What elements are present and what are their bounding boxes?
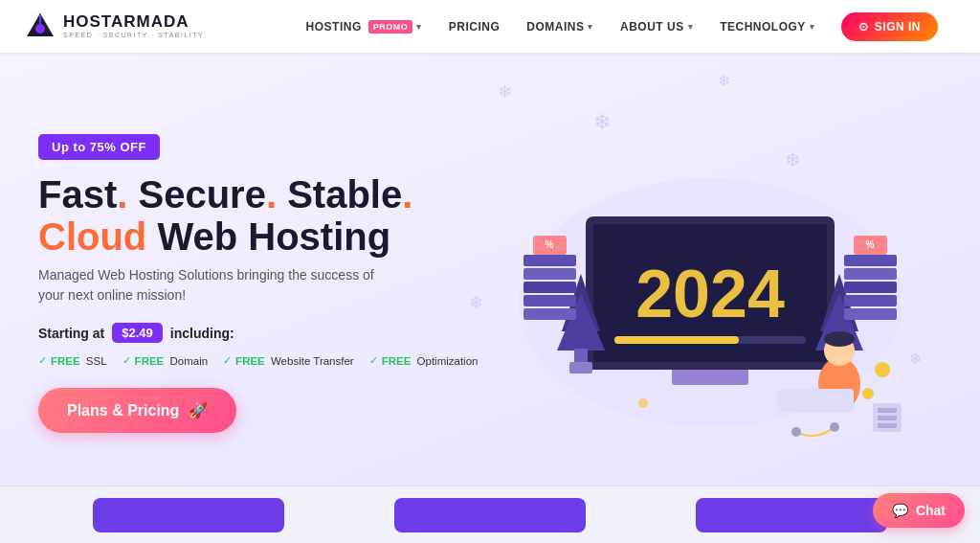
hero-illustration: 2024 % xyxy=(479,81,942,486)
svg-rect-37 xyxy=(777,389,854,413)
svg-rect-20 xyxy=(523,255,576,266)
nav-about[interactable]: ABOUT US ▾ xyxy=(620,20,693,34)
nav-domains[interactable]: DOMAINS ▾ xyxy=(526,20,593,34)
navbar: HOSTARMADA SPEED · SECURITY · STABILITY … xyxy=(0,0,980,53)
svg-rect-15 xyxy=(569,362,592,373)
dot-decoration: . xyxy=(402,173,412,215)
plans-pricing-button[interactable]: Plans & Pricing 🚀 xyxy=(38,388,236,433)
svg-rect-46 xyxy=(878,423,897,428)
bottom-card-1[interactable] xyxy=(93,498,284,532)
check-icon: ✓ xyxy=(369,354,378,367)
nav-technology[interactable]: TECHNOLOGY ▾ xyxy=(720,20,814,34)
nav-hosting[interactable]: HOSTING PROMO ▾ xyxy=(306,20,422,34)
chat-button[interactable]: 💬 Chat xyxy=(873,493,965,528)
rocket-icon: 🚀 xyxy=(189,401,208,419)
feature-transfer: ✓ FREE Website Transfer xyxy=(223,354,354,367)
hero-svg: 2024 % xyxy=(480,111,940,456)
bottom-strip xyxy=(0,486,980,543)
chat-label: Chat xyxy=(916,503,946,518)
svg-rect-44 xyxy=(878,408,897,413)
svg-point-38 xyxy=(875,362,890,377)
svg-rect-28 xyxy=(844,268,897,280)
chevron-down-icon: ▾ xyxy=(688,22,694,32)
chevron-down-icon: ▾ xyxy=(416,22,422,32)
title-line1: Fast. Secure. Stable. xyxy=(38,173,412,215)
dot-decoration: . xyxy=(266,173,277,215)
brand-tagline: SPEED · SECURITY · STABILITY xyxy=(63,32,204,39)
svg-point-36 xyxy=(824,331,855,347)
hero-content: Up to 75% OFF Fast. Secure. Stable. Clou… xyxy=(38,134,479,433)
hero-subtitle: Managed Web Hosting Solutions bringing t… xyxy=(38,265,402,305)
signin-button[interactable]: ⊙ SIGN IN xyxy=(841,12,938,41)
logo-area[interactable]: HOSTARMADA SPEED · SECURITY · STABILITY xyxy=(23,10,214,44)
svg-rect-22 xyxy=(523,282,576,293)
svg-rect-23 xyxy=(523,295,576,306)
logo-icon xyxy=(23,10,57,44)
price-badge: $2.49 xyxy=(112,323,163,343)
check-icon: ✓ xyxy=(223,354,232,367)
feature-optimization: ✓ FREE Optimization xyxy=(369,354,479,367)
signin-icon: ⊙ xyxy=(858,20,869,34)
svg-rect-29 xyxy=(844,282,897,293)
svg-rect-24 xyxy=(523,308,576,320)
svg-rect-27 xyxy=(844,255,897,266)
hosting-words: Web Hosting xyxy=(157,215,390,258)
chevron-down-icon: ▾ xyxy=(588,22,593,32)
bottom-card-3[interactable] xyxy=(696,498,887,532)
cta-label: Plans & Pricing xyxy=(67,402,179,419)
feature-domain: ✓ FREE Domain xyxy=(122,354,209,367)
svg-text:%: % xyxy=(546,239,554,250)
svg-text:%: % xyxy=(866,239,875,250)
signin-label: SIGN IN xyxy=(875,20,921,34)
check-icon: ✓ xyxy=(38,354,47,367)
svg-rect-30 xyxy=(844,295,897,306)
svg-rect-45 xyxy=(878,416,897,420)
dot-decoration: . xyxy=(117,173,127,215)
chevron-down-icon: ▾ xyxy=(810,22,815,32)
features-row: ✓ FREE SSL ✓ FREE Domain ✓ FREE Website … xyxy=(38,354,479,367)
nav-pricing[interactable]: PRICING xyxy=(449,20,501,34)
pricing-suffix: including: xyxy=(170,326,234,341)
pricing-line: Starting at $2.49 including: xyxy=(38,323,479,343)
svg-point-41 xyxy=(830,422,839,432)
svg-rect-31 xyxy=(844,308,897,320)
hero-title: Fast. Secure. Stable. Cloud Web Hosting xyxy=(38,173,479,258)
hero-section: ❄ ❄ ❄ ❄ ❄ ❄ Up to 75% OFF Fast. Secure. … xyxy=(0,53,980,486)
check-icon: ✓ xyxy=(122,354,131,367)
logo-text: HOSTARMADA SPEED · SECURITY · STABILITY xyxy=(63,13,204,38)
svg-point-40 xyxy=(638,398,648,408)
chat-icon: 💬 xyxy=(892,503,908,518)
svg-rect-21 xyxy=(523,268,576,280)
svg-rect-11 xyxy=(614,336,739,344)
brand-name: HOSTARMADA xyxy=(63,13,204,32)
promo-badge: PROMO xyxy=(368,20,413,34)
svg-text:2024: 2024 xyxy=(635,257,785,331)
nav-links: HOSTING PROMO ▾ PRICING DOMAINS ▾ ABOUT … xyxy=(306,12,938,41)
bottom-card-2[interactable] xyxy=(394,498,586,532)
svg-point-42 xyxy=(791,427,801,437)
cloud-word: Cloud xyxy=(38,215,146,258)
svg-point-1 xyxy=(35,24,45,34)
discount-badge: Up to 75% OFF xyxy=(38,134,160,160)
svg-point-39 xyxy=(862,388,874,399)
feature-ssl: ✓ FREE SSL xyxy=(38,354,107,367)
svg-rect-5 xyxy=(672,368,748,385)
pricing-prefix: Starting at xyxy=(38,326,104,341)
